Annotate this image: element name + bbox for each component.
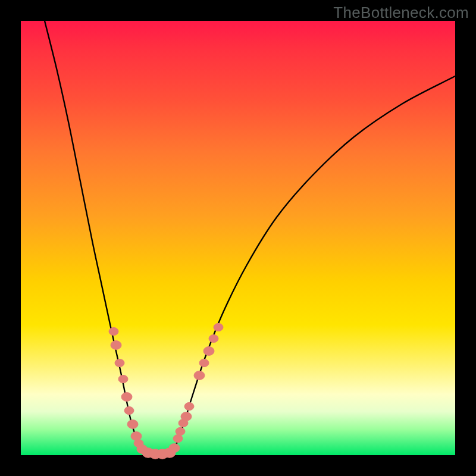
plot-area <box>21 21 455 455</box>
data-markers <box>109 323 223 459</box>
data-marker <box>118 375 128 383</box>
data-marker <box>214 323 223 331</box>
curve-right-branch <box>170 76 455 453</box>
data-marker <box>115 359 124 367</box>
attribution-text: TheBottleneck.com <box>333 4 469 22</box>
data-marker <box>209 334 218 342</box>
data-marker <box>181 412 192 421</box>
data-marker <box>169 444 180 453</box>
data-marker <box>176 427 185 435</box>
data-marker <box>173 434 183 442</box>
data-marker <box>131 432 142 441</box>
curve-left-branch <box>45 21 146 453</box>
data-marker <box>111 341 121 350</box>
data-marker <box>199 359 209 367</box>
data-marker <box>109 327 118 335</box>
data-marker <box>203 347 214 356</box>
data-marker <box>184 402 194 410</box>
data-marker <box>194 371 205 380</box>
data-marker <box>127 420 138 429</box>
bottleneck-curve <box>45 21 455 454</box>
chart-frame: TheBottleneck.com <box>0 0 476 476</box>
data-marker <box>124 406 134 414</box>
data-marker <box>121 393 132 402</box>
curve-layer <box>21 21 455 455</box>
